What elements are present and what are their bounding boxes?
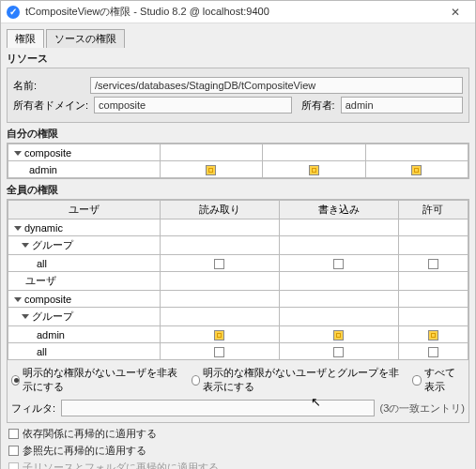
perm-checkbox[interactable] [333,330,344,340]
radio-show-all[interactable]: すべて表示 [412,366,465,394]
close-icon[interactable]: ✕ [441,6,469,19]
perm-cell [206,165,216,175]
perm-checkbox[interactable] [428,347,438,357]
table-row[interactable]: グループ [8,308,468,326]
perm-checkbox[interactable] [428,330,438,340]
radio-hide-users-groups[interactable]: 明示的な権限がないユーザとグループを非表示にする [192,366,402,394]
perm-checkbox[interactable] [333,259,344,269]
section-all-perm: 全員の権限 [7,183,469,197]
owner-field: admin [341,97,463,113]
perm-checkbox[interactable] [214,330,224,340]
filter-count: (3の一致エントリ) [380,401,465,416]
tabs: 権限 ソースの権限 [7,29,469,48]
perm-cell [411,165,422,175]
self-perm-table-wrap: composite admin [7,143,469,179]
filter-label: フィルタ: [11,401,55,416]
perm-cell [309,165,319,175]
chevron-down-icon[interactable] [22,243,29,248]
app-icon: ✓ [7,6,20,19]
table-row[interactable]: dynamic [8,219,468,236]
titlebar: ✓ tCompositeViewの権限 - Studio 8.2 @ local… [1,1,475,23]
col-user[interactable]: ユーザ [8,201,161,219]
table-row[interactable]: all [8,255,468,272]
opt-recursive-deps[interactable]: 依存関係に再帰的に適用する [8,427,468,441]
radio-icon [11,375,20,386]
owner-domain-field: composite [94,97,292,113]
table-row[interactable]: ユーザ [8,272,468,291]
radio-icon [412,375,421,386]
chevron-down-icon[interactable] [22,314,29,319]
table-row[interactable]: グループ [8,236,468,255]
section-self-perm: 自分の権限 [7,127,469,141]
self-perm-table: composite admin [8,144,468,178]
all-perm-table-wrap: ユーザ 読み取り 書き込み 許可 dynamicグループallユーザcompos… [7,199,469,423]
apply-options: 依存関係に再帰的に適用する 参照先に再帰的に適用する 子リソースとフォルダに再帰… [8,427,468,469]
chevron-down-icon[interactable] [14,297,22,302]
perm-checkbox[interactable] [428,259,438,269]
table-row[interactable]: admin [8,326,468,343]
visibility-radios: 明示的な権限がないユーザを非表示にする 明示的な権限がないユーザとグループを非表… [11,366,465,394]
section-resource: リソース [7,52,469,66]
tab-source-permissions[interactable]: ソースの権限 [46,29,125,48]
resource-fieldset: 名前: /services/databases/StagingDB/tCompo… [7,68,469,123]
chevron-down-icon[interactable] [14,226,22,231]
perm-checkbox[interactable] [214,347,224,357]
table-row[interactable]: all [8,343,468,360]
owner-domain-label: 所有者ドメイン: [13,98,88,113]
table-row[interactable]: composite [8,291,468,308]
radio-icon [192,375,200,386]
chevron-down-icon[interactable] [14,151,22,156]
opt-recursive-children: 子リソースとフォルダに再帰的に適用する [8,461,468,469]
table-row[interactable]: admin [8,161,468,178]
col-write[interactable]: 書き込み [279,201,398,219]
opt-recursive-refs[interactable]: 参照先に再帰的に適用する [8,444,468,458]
perm-checkbox[interactable] [333,347,344,357]
name-label: 名前: [13,79,84,93]
window-title: tCompositeViewの権限 - Studio 8.2 @ localho… [25,5,269,19]
name-field: /services/databases/StagingDB/tComposite… [90,77,463,94]
col-read[interactable]: 読み取り [160,201,279,219]
owner-label: 所有者: [298,98,335,113]
radio-hide-users[interactable]: 明示的な権限がないユーザを非表示にする [11,366,180,394]
filter-input[interactable] [61,400,374,416]
table-row[interactable]: composite [8,144,468,161]
perm-checkbox[interactable] [214,259,224,269]
tab-permissions[interactable]: 権限 [7,29,44,48]
col-grant[interactable]: 許可 [398,201,468,219]
all-perm-table: ユーザ 読み取り 書き込み 許可 dynamicグループallユーザcompos… [8,200,468,360]
